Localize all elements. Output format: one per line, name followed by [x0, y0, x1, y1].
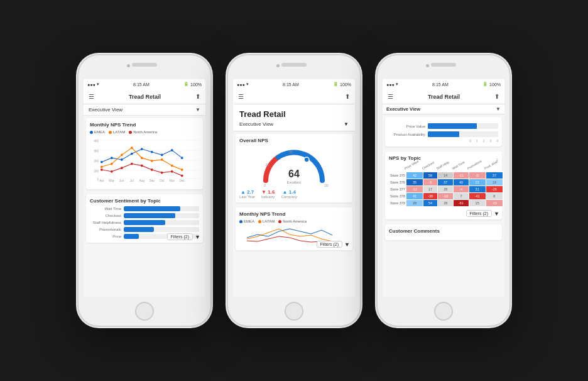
metric-lastyear: ▲ 2.7 Last Year: [239, 189, 255, 199]
bar-label-1: Checkout: [90, 214, 121, 218]
cell-377-3: -4: [454, 186, 469, 193]
metric-val-industry: ▼ 1.6: [261, 189, 275, 195]
bar-row-1: Checkout: [90, 213, 199, 218]
legend-dot-na: [129, 131, 132, 134]
big-title: Tread Retail: [239, 109, 349, 119]
filters-overlay-right[interactable]: Filters (2) ▼: [466, 210, 499, 217]
app-title-left: Tread Retail: [129, 94, 161, 100]
content-center: Overall NPS 64: [233, 131, 355, 297]
bar-label-4: Price: [90, 235, 121, 238]
status-right-center: 🔋 100%: [333, 82, 351, 87]
customer-comments-title: Customer Comments: [389, 228, 498, 234]
svg-point-43: [161, 172, 163, 174]
svg-point-40: [131, 163, 133, 165]
svg-text:0: 0: [97, 178, 99, 181]
cell-379-0: 28: [406, 200, 423, 207]
signal-icon-right: ●●●: [386, 82, 395, 87]
exec-bar-right[interactable]: Executive View ▼: [383, 104, 504, 114]
svg-text:May: May: [109, 179, 115, 182]
cell-375-2: 14: [438, 172, 454, 179]
store-label-378: Store 378: [389, 193, 406, 200]
exec-arrow-right[interactable]: ▼: [496, 106, 501, 112]
sentiment-title: Customer Sentiment by Topic: [90, 198, 199, 204]
svg-point-25: [161, 154, 163, 157]
content-right: Price Value Product Availability: [383, 114, 504, 297]
bar-track-2: [124, 220, 199, 225]
cell-375-0: 42: [406, 172, 423, 179]
time-center: 8:15 AM: [283, 82, 299, 87]
cell-378-1: -38: [423, 193, 438, 200]
big-exec-arrow[interactable]: ▼: [344, 121, 349, 127]
store-label-379: Store 379: [389, 200, 406, 207]
sentiment-section: Customer Sentiment by Topic Wait Time Ch…: [86, 194, 203, 243]
cell-378-4: -41: [469, 193, 486, 200]
legend-text-emea-c: EMEA: [244, 219, 254, 223]
x-label-4: 4: [496, 139, 498, 143]
legend-text-latam-c: LATAM: [263, 219, 275, 223]
cell-377-2: 28: [438, 186, 454, 193]
metric-company: ▲ 1.4 Company: [281, 189, 297, 199]
legend-label-latam: LATAM: [113, 130, 125, 134]
legend-na: North America: [129, 130, 157, 134]
filters-overlay-left[interactable]: Filters (2) ▼: [167, 233, 200, 240]
svg-text:400: 400: [94, 140, 99, 143]
wifi-icon: ▾: [97, 82, 99, 87]
share-icon-center[interactable]: ⬆: [345, 93, 350, 100]
svg-text:100: 100: [94, 170, 99, 173]
bar-label-2: Staff Helpfulness: [90, 221, 121, 224]
svg-point-34: [161, 158, 163, 161]
svg-text:100: 100: [324, 184, 329, 187]
share-icon-right[interactable]: ⬆: [494, 93, 499, 100]
cell-377-5: -26: [486, 186, 503, 193]
hamburger-icon-right[interactable]: ☰: [388, 93, 393, 100]
battery-icon-right: 🔋: [482, 82, 488, 87]
filters-badge-left[interactable]: Filters (2): [167, 233, 193, 240]
home-button-left[interactable]: [135, 302, 154, 321]
signal-icon-center: ●●●: [237, 82, 245, 87]
metric-label-lastyear: Last Year: [239, 195, 255, 199]
big-exec-view[interactable]: Executive View ▼: [239, 121, 349, 127]
heatmap-row-376: Store 376 35 -5 37 40 22 18: [389, 179, 503, 186]
svg-text:Dec: Dec: [180, 179, 185, 182]
svg-point-37: [101, 168, 103, 171]
filters-badge-center[interactable]: Filters (2): [317, 241, 343, 248]
home-button-center[interactable]: [285, 302, 303, 321]
gauge-container: 64 Excellent 0 50 100 -25: [239, 146, 349, 187]
share-icon-left[interactable]: ⬆: [195, 93, 200, 100]
svg-text:Nov: Nov: [170, 179, 175, 182]
legend-emea: EMEA: [90, 130, 105, 134]
filter-icon-right[interactable]: ▼: [494, 211, 499, 217]
hamburger-icon-left[interactable]: ☰: [89, 93, 94, 100]
home-button-right[interactable]: [434, 302, 453, 321]
filter-icon-center[interactable]: ▼: [344, 241, 350, 248]
legend-dot-emea-c: [239, 220, 242, 223]
cell-375-4: -5: [469, 172, 486, 179]
signal-icon: ●●●: [87, 82, 95, 87]
heatmap-row-377: Store 377 -12 17 28 -4 31 -26: [389, 186, 503, 193]
nps-legend-center: EMEA LATAM North America: [239, 219, 349, 223]
phone-right: ●●● ▾ 8:15 AM 🔋 100% ☰ Tread Retail ⬆ Ex…: [378, 55, 509, 326]
cell-376-3: 40: [454, 179, 469, 186]
phone-left: ●●● ▾ 8:15 AM 🔋 100% ☰ Tread Retail ⬆ Ex…: [79, 55, 210, 326]
heatmap: Price Value Checkout Staff Help. Wait Ti…: [389, 165, 498, 207]
metric-val-company: ▲ 1.4: [281, 189, 297, 195]
phone-right-screen: ●●● ▾ 8:15 AM 🔋 100% ☰ Tread Retail ⬆ Ex…: [383, 79, 504, 297]
exec-view-label-left: Executive View: [89, 107, 122, 113]
horiz-row-1: Product Availability: [389, 131, 498, 137]
exec-dropdown-arrow-left[interactable]: ▼: [195, 107, 200, 113]
exec-view-left[interactable]: Executive View ▼: [84, 104, 205, 116]
legend-dot-emea: [90, 131, 93, 134]
filters-overlay-center[interactable]: Filters (2) ▼: [317, 241, 350, 248]
filters-badge-right[interactable]: Filters (2): [466, 210, 493, 217]
horiz-fill-0: [428, 123, 477, 129]
hamburger-icon-center[interactable]: ☰: [238, 93, 244, 100]
nps-topic-section: NPS by Topic › Price Value Checkout Staf…: [385, 152, 502, 219]
x-label-3: 3: [489, 139, 491, 143]
horiz-label-1: Product Availability: [389, 133, 425, 136]
cell-376-0: 35: [406, 179, 423, 186]
store-label-376: Store 376: [389, 179, 406, 186]
filter-icon-left[interactable]: ▼: [195, 234, 200, 240]
svg-point-20: [111, 157, 113, 159]
svg-text:Jul: Jul: [130, 179, 134, 182]
customer-comments-section: Customer Comments: [385, 224, 502, 240]
